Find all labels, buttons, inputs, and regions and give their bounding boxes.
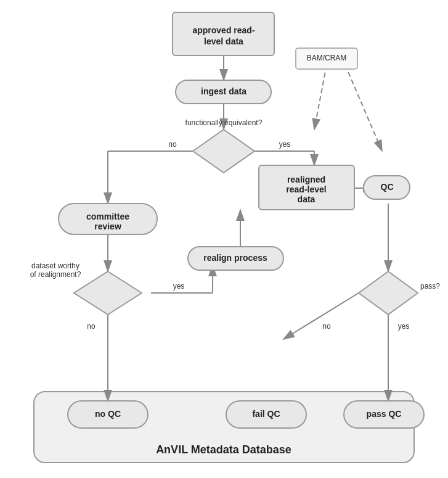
yes-label-func: yes (279, 140, 291, 149)
pass-question: pass? (420, 282, 440, 291)
committee-review-label: committee (86, 212, 129, 221)
dataset-worthy-question: dataset worthy (31, 262, 79, 270)
no-label-func: no (168, 140, 177, 149)
yes-label-pass: yes (398, 322, 410, 331)
diagram-container: approved read- level data ingest data BA… (0, 0, 448, 478)
yes-label-dataset: yes (173, 282, 185, 291)
func-equiv-question: functionally equivalent? (185, 118, 263, 127)
realigned-data-label2: read-level (286, 184, 326, 194)
no-label-pass: no (322, 322, 331, 331)
fail-qc-label: fail QC (252, 409, 280, 419)
realign-process-label: realign process (203, 253, 267, 263)
no-qc-label: no QC (95, 409, 121, 419)
bam-cram-label: BAM/CRAM (307, 54, 347, 62)
dataset-worthy-question2: of realignment? (30, 270, 81, 279)
pass-qc-label: pass QC (367, 409, 402, 419)
approved-data-label: approved read- (192, 25, 255, 35)
approved-data-label2: level data (204, 36, 243, 46)
no-label-dataset: no (87, 322, 96, 331)
ingest-data-label: ingest data (201, 86, 246, 96)
realigned-data-label: realigned (287, 175, 325, 184)
qc-label: QC (381, 182, 394, 192)
committee-review-label2: review (94, 221, 121, 231)
database-title: AnVIL Metadata Database (156, 443, 291, 456)
realigned-data-label3: data (298, 194, 316, 204)
